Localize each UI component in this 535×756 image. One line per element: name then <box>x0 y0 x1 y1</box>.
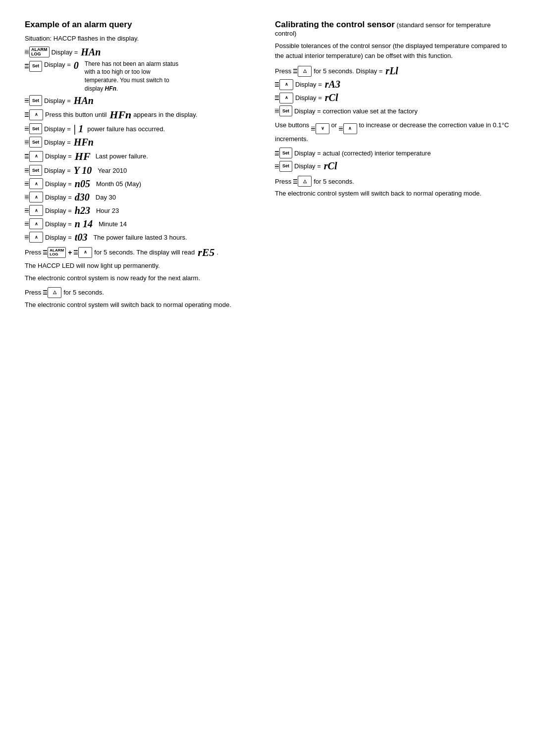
row-13: ∧ Display = t03 The power failure lasted… <box>25 232 260 243</box>
delta-button-right-2[interactable]: △ <box>293 176 312 187</box>
switch-back-text-right: The electronic control system will switc… <box>275 189 510 199</box>
row2-note: There has not been an alarm status with … <box>85 60 184 93</box>
set-button-row2[interactable]: Set <box>25 61 42 72</box>
row-6: Set Display = HFn <box>25 137 260 148</box>
right-row-4: Set Display = correction value set at th… <box>275 105 510 116</box>
right-section-title: Calibrating the control sensor <box>275 20 395 29</box>
up-button-row4[interactable]: ∧ <box>25 109 43 120</box>
left-section-title: Example of an alarm query <box>25 20 260 30</box>
delta-button-press-left[interactable]: △ <box>43 287 61 298</box>
delta-button-right-1[interactable]: △ <box>293 66 312 77</box>
up-button-inline[interactable]: ∧ <box>339 123 357 134</box>
row-8: Set Display = Y 10 Year 2010 <box>25 165 260 176</box>
switch-back-text-left: The electronic control system will switc… <box>25 300 260 310</box>
press-label-2: Press <box>25 289 41 296</box>
row-11: ∧ Display = h23 Hour 23 <box>25 205 260 216</box>
up-button-row12[interactable]: ∧ <box>25 218 43 229</box>
set-button-right-5[interactable]: Set <box>275 148 292 158</box>
up-button-row10[interactable]: ∧ <box>25 192 43 202</box>
right-row-5: Set Display = actual (corrected) interio… <box>275 148 510 158</box>
up-button-right-3[interactable]: ∧ <box>275 93 293 103</box>
press-delta-for: for 5 seconds. <box>63 289 104 296</box>
press-alarm-up-line: Press ALARMLOG + ∧ for 5 seconds. The di… <box>25 246 260 259</box>
press-delta-line: Press △ for 5 seconds. <box>25 287 260 298</box>
row-5: Set Display = | 1 power failure has occu… <box>25 123 260 135</box>
right-row-2: ∧ Display = rA3 <box>275 79 510 90</box>
press-alarm-up-mid: for 5 seconds. The display will read <box>94 249 195 256</box>
up-button-row7[interactable]: ∧ <box>25 151 43 162</box>
right-press-label-1: Press <box>275 67 291 75</box>
right-row-6: Set Display = rCl <box>275 160 510 172</box>
row-1: ALARMLOG Display = HAn <box>25 47 260 58</box>
left-column: Example of an alarm query Situation: HAC… <box>25 20 260 312</box>
right-intro-text: Possible tolerances of the control senso… <box>275 41 510 60</box>
row-10: ∧ Display = d30 Day 30 <box>25 192 260 203</box>
set-button-row6[interactable]: Set <box>25 137 42 148</box>
right-press-delta2-for: for 5 seconds. <box>314 178 354 185</box>
haccp-led-text: The HACCP LED will now light up permanen… <box>25 261 260 271</box>
situation-text: Situation: HACCP flashes in the display. <box>25 34 260 44</box>
alarm-set-button[interactable]: ALARMLOG <box>25 47 50 57</box>
up-button-right-2[interactable]: ∧ <box>275 79 293 90</box>
set-button-right-4[interactable]: Set <box>275 105 292 116</box>
set-button-row8[interactable]: Set <box>25 165 42 176</box>
right-press-delta2: Press △ for 5 seconds. <box>275 176 510 187</box>
right-press-label-2: Press <box>275 178 291 185</box>
up-button-row11[interactable]: ∧ <box>25 205 43 216</box>
use-buttons-text: Use buttons ∨ or ∧ to increase or decrea… <box>275 120 510 144</box>
up-button-press[interactable]: ∧ <box>74 247 92 258</box>
row-2: Set Display = 0 There has not been an al… <box>25 60 260 93</box>
ready-text: The electronic control system is now rea… <box>25 273 260 283</box>
row-3: Set Display = HAn <box>25 95 260 106</box>
press-label-1: Press <box>25 249 41 256</box>
alarm-button-press[interactable]: ALARMLOG <box>43 247 66 258</box>
row-12: ∧ Display = n 14 Minute 14 <box>25 218 260 230</box>
right-row-1: Press △ for 5 seconds. Display = rLl <box>275 65 510 77</box>
right-row-3: ∧ Display = rCl <box>275 92 510 103</box>
row-9: ∧ Display = n05 Month 05 (May) <box>25 178 260 190</box>
set-button-row3[interactable]: Set <box>25 95 42 106</box>
set-button-right-6[interactable]: Set <box>275 161 292 172</box>
set-button-row5[interactable]: Set <box>25 123 42 134</box>
right-column: Calibrating the control sensor (standard… <box>275 20 510 312</box>
up-button-row13[interactable]: ∧ <box>25 232 43 243</box>
row-4: ∧ Press this button until HFn appears in… <box>25 108 260 121</box>
up-button-row9[interactable]: ∧ <box>25 178 43 189</box>
down-button-inline[interactable]: ∨ <box>311 123 329 134</box>
row-7: ∧ Display = HF Last power failure. <box>25 150 260 163</box>
